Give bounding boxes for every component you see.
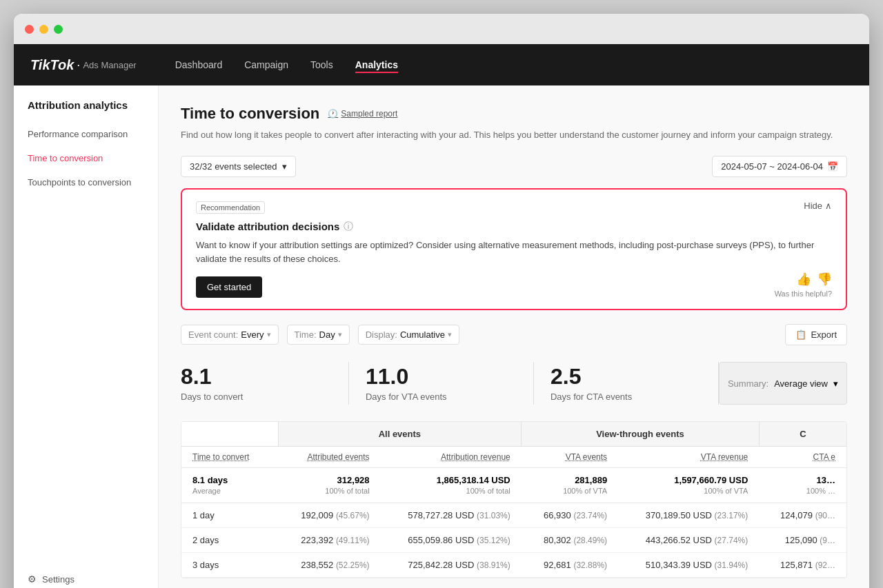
stat-cta-days: 2.5 Days for CTA events: [534, 362, 719, 405]
event-count-value: Every: [241, 330, 264, 340]
hide-button[interactable]: Hide ∧: [804, 201, 832, 211]
stat-days-to-convert: 8.1 Days to convert: [181, 362, 349, 405]
col-attributed-events: Attributed events: [278, 447, 381, 468]
sidebar: Attribution analytics Performance compar…: [14, 85, 159, 588]
page-header: Time to conversion 🕐 Sampled report Find…: [181, 105, 847, 142]
nav-analytics[interactable]: Analytics: [355, 57, 398, 73]
settings-label: Settings: [42, 574, 75, 585]
sidebar-settings[interactable]: ⚙ Settings: [14, 562, 158, 588]
summary-label: Summary:: [728, 378, 768, 389]
display-value: Cumulative: [400, 330, 445, 340]
empty-header: [181, 422, 278, 447]
total-vta-e-value: 281,889: [575, 475, 607, 485]
total-attributed-events: 312,928 100% of total: [278, 468, 381, 503]
stat-label-vta: Days for VTA events: [366, 392, 517, 402]
sampled-report-badge[interactable]: 🕐 Sampled report: [328, 109, 397, 119]
info-icon[interactable]: ⓘ: [344, 221, 353, 233]
stat-value-days: 8.1: [181, 365, 332, 389]
settings-icon: ⚙: [28, 574, 37, 585]
row1-cta: 124,079 (90…: [759, 503, 846, 528]
total-cta: 13… 100% …: [759, 468, 846, 503]
event-count-filter[interactable]: Event count: Every ▾: [181, 325, 279, 345]
brand-sub-text: Ads Manager: [83, 60, 136, 70]
total-vta-e-sub: 100% of VTA: [563, 487, 607, 495]
get-started-button[interactable]: Get started: [196, 276, 262, 298]
row1-vta-r: 370,189.50 USD (23.17%): [618, 503, 759, 528]
recommendation-box: Recommendation Validate attribution deci…: [181, 188, 847, 311]
col-vta-revenue: VTA revenue: [618, 447, 759, 468]
was-helpful-text: Was this helpful?: [775, 290, 832, 298]
time-filter[interactable]: Time: Day ▾: [287, 325, 350, 345]
cta-header: C: [759, 422, 846, 447]
stats-row: 8.1 Days to convert 11.0 Days for VTA ev…: [181, 362, 847, 405]
top-nav: TikTok · Ads Manager Dashboard Campaign …: [14, 44, 869, 85]
stat-value-vta: 11.0: [366, 365, 517, 389]
summary-value: Average view: [774, 378, 828, 389]
row2-vta-r: 443,266.52 USD (27.74%): [618, 528, 759, 553]
chevron-down-icon: ▾: [833, 378, 838, 389]
data-table: All events View-through events C Time to…: [181, 422, 846, 578]
chevron-up-icon: ∧: [825, 201, 832, 211]
sidebar-item-touchpoints[interactable]: Touchpoints to conversion: [14, 170, 158, 194]
stat-label-days: Days to convert: [181, 392, 332, 402]
hide-label: Hide: [804, 201, 822, 211]
page-description: Find out how long it takes people to con…: [181, 128, 847, 142]
sampled-label: Sampled report: [341, 109, 397, 119]
events-value: 32/32 events selected: [190, 161, 277, 172]
date-range-value: 2024-05-07 ~ 2024-06-04: [721, 161, 823, 172]
display-filter[interactable]: Display: Cumulative ▾: [358, 325, 459, 345]
total-time-value: 8.1 days: [192, 475, 228, 485]
total-time: 8.1 days Average: [181, 468, 278, 503]
export-button[interactable]: 📋 Export: [785, 324, 847, 345]
stat-value-cta: 2.5: [550, 365, 702, 389]
stat-vta-days: 11.0 Days for VTA events: [349, 362, 534, 405]
total-ar-value: 1,865,318.14 USD: [437, 475, 510, 485]
thumbs-down-icon[interactable]: 👎: [817, 272, 832, 287]
row1-vta-e: 66,930 (23.74%): [522, 503, 618, 528]
row3-vta-r: 510,343.39 USD (31.94%): [618, 553, 759, 578]
total-cta-sub: 100% …: [806, 487, 835, 495]
total-cta-value: 13…: [817, 475, 835, 485]
table-row: 2 days 223,392 (49.11%) 655,059.86 USD (…: [181, 528, 846, 553]
col-vta-events: VTA events: [522, 447, 618, 468]
main-layout: Attribution analytics Performance compar…: [14, 85, 869, 588]
row2-ae: 223,392 (49.11%): [278, 528, 381, 553]
total-vta-r-value: 1,597,660.79 USD: [674, 475, 748, 485]
minimize-button[interactable]: [39, 25, 48, 34]
feedback-area: 👍 👎 Was this helpful?: [775, 272, 832, 298]
col-attribution-revenue: Attribution revenue: [381, 447, 522, 468]
row1-time: 1 day: [181, 503, 278, 528]
total-vta-events: 281,889 100% of VTA: [522, 468, 618, 503]
row2-cta: 125,090 (9…: [759, 528, 846, 553]
summary-control[interactable]: Summary: Average view ▾: [719, 362, 847, 405]
row2-vta-e: 80,302 (28.49%): [522, 528, 618, 553]
chevron-down-icon: ▾: [338, 330, 342, 339]
page-title: Time to conversion: [181, 105, 319, 123]
app-window: TikTok · Ads Manager Dashboard Campaign …: [14, 14, 869, 588]
table-total-row: 8.1 days Average 312,928 100% of total 1…: [181, 468, 846, 503]
nav-campaign[interactable]: Campaign: [244, 57, 288, 73]
row1-ae: 192,009 (45.67%): [278, 503, 381, 528]
all-events-header: All events: [278, 422, 522, 447]
total-time-sub: Average: [192, 487, 221, 495]
data-table-container: All events View-through events C Time to…: [181, 421, 847, 578]
events-dropdown[interactable]: 32/32 events selected ▾: [181, 156, 296, 177]
chevron-down-icon: ▾: [282, 161, 287, 172]
close-button[interactable]: [25, 25, 34, 34]
sidebar-item-performance[interactable]: Performance comparison: [14, 122, 158, 146]
date-range-picker[interactable]: 2024-05-07 ~ 2024-06-04 📅: [712, 156, 847, 177]
feedback-icons: 👍 👎: [796, 272, 832, 287]
sidebar-item-time-to-conversion[interactable]: Time to conversion: [14, 146, 158, 170]
table-row: 3 days 238,552 (52.25%) 725,842.28 USD (…: [181, 553, 846, 578]
nav-dashboard[interactable]: Dashboard: [175, 57, 223, 73]
total-ar-sub: 100% of total: [466, 487, 510, 495]
view-through-header: View-through events: [522, 422, 760, 447]
col-header-row: Time to convert Attributed events Attrib…: [181, 447, 846, 468]
total-attribution-revenue: 1,865,318.14 USD 100% of total: [381, 468, 522, 503]
thumbs-up-icon[interactable]: 👍: [796, 272, 811, 287]
nav-tools[interactable]: Tools: [310, 57, 333, 73]
chevron-down-icon: ▾: [448, 330, 452, 339]
maximize-button[interactable]: [54, 25, 63, 34]
row3-ae: 238,552 (52.25%): [278, 553, 381, 578]
row3-time: 3 days: [181, 553, 278, 578]
